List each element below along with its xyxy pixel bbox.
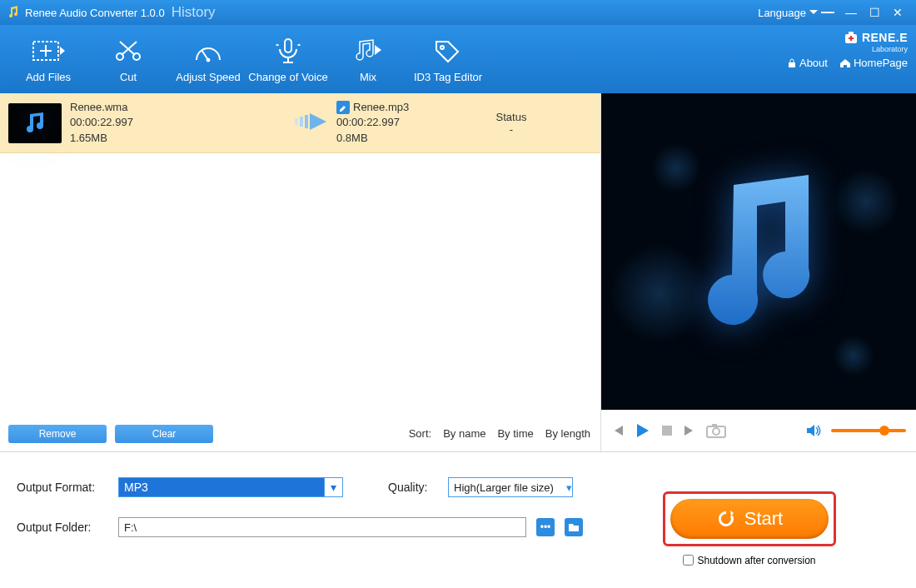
sort-by-name[interactable]: By name bbox=[443, 427, 485, 440]
start-button[interactable]: Start bbox=[670, 499, 829, 539]
output-folder-label: Output Folder: bbox=[17, 521, 108, 534]
svg-rect-9 bbox=[789, 62, 795, 67]
app-title: Renee Audio Converter 1.0.0 bbox=[25, 7, 165, 19]
mix-icon bbox=[353, 38, 383, 63]
chevron-down-icon: ▾ bbox=[566, 481, 572, 494]
src-filesize: 1.65MB bbox=[70, 131, 295, 146]
convert-arrow bbox=[295, 112, 336, 134]
maximize-button[interactable]: ☐ bbox=[863, 6, 886, 19]
homepage-link[interactable]: HomePage bbox=[839, 57, 908, 69]
id3-editor-label: ID3 Tag Editor bbox=[408, 71, 488, 83]
preview-image bbox=[601, 93, 916, 410]
sort-label: Sort: bbox=[409, 427, 431, 440]
medkit-icon bbox=[844, 30, 859, 45]
sort-by-time[interactable]: By time bbox=[497, 427, 533, 440]
sort-by-length[interactable]: By length bbox=[545, 427, 590, 440]
brand-logo: RENE.E bbox=[787, 30, 908, 45]
mix-button[interactable]: Mix bbox=[328, 36, 408, 83]
main-toolbar: Add Files Cut Adjust Speed Change of Voi… bbox=[0, 25, 916, 93]
history-link[interactable]: History bbox=[172, 4, 216, 21]
stop-button[interactable] bbox=[661, 425, 673, 436]
home-icon bbox=[839, 58, 851, 68]
svg-rect-5 bbox=[285, 39, 291, 52]
change-voice-label: Change of Voice bbox=[248, 71, 328, 83]
add-files-button[interactable]: Add Files bbox=[8, 36, 88, 83]
gauge-icon bbox=[193, 38, 223, 63]
play-button[interactable] bbox=[635, 422, 651, 439]
microphone-icon bbox=[273, 37, 303, 64]
adjust-speed-button[interactable]: Adjust Speed bbox=[168, 36, 248, 83]
quality-label: Quality: bbox=[388, 481, 438, 494]
volume-icon[interactable] bbox=[806, 424, 821, 437]
svg-rect-0 bbox=[821, 12, 834, 13]
svg-rect-12 bbox=[305, 115, 308, 128]
change-voice-button[interactable]: Change of Voice bbox=[248, 36, 328, 83]
output-format-value: MP3 bbox=[124, 481, 148, 494]
folder-icon bbox=[568, 522, 580, 532]
src-duration: 00:00:22.997 bbox=[70, 115, 295, 130]
output-format-select[interactable]: MP3 ▾ bbox=[118, 477, 343, 497]
preview-panel bbox=[601, 93, 916, 451]
output-folder-value: F:\ bbox=[124, 521, 137, 534]
dst-filesize: 0.8MB bbox=[336, 131, 478, 146]
arrow-right-icon bbox=[295, 112, 331, 132]
dst-filename: Renee.mp3 bbox=[353, 100, 409, 115]
refresh-icon bbox=[716, 509, 736, 529]
language-label: Language bbox=[758, 7, 806, 19]
quality-select[interactable]: High(Larger file size) ▾ bbox=[448, 477, 573, 497]
shutdown-label: Shutdown after conversion bbox=[697, 555, 815, 566]
file-list: Renee.wma 00:00:22.997 1.65MB Renee.mp3 … bbox=[0, 93, 601, 451]
lock-icon bbox=[787, 58, 797, 68]
title-bar: Renee Audio Converter 1.0.0 History Lang… bbox=[0, 0, 916, 25]
src-filename: Renee.wma bbox=[70, 100, 295, 115]
output-folder-input[interactable]: F:\ bbox=[118, 517, 526, 537]
bottom-panel: Output Format: MP3 ▾ Quality: High(Large… bbox=[0, 451, 916, 588]
player-controls bbox=[601, 410, 916, 451]
svg-point-16 bbox=[713, 428, 719, 435]
content-area: Renee.wma 00:00:22.997 1.65MB Renee.mp3 … bbox=[0, 93, 916, 451]
start-highlight: Start bbox=[663, 491, 836, 546]
chevron-down-icon: ▾ bbox=[324, 478, 342, 496]
snapshot-button[interactable] bbox=[706, 423, 726, 438]
remove-button[interactable]: Remove bbox=[8, 425, 107, 443]
volume-slider[interactable] bbox=[831, 429, 906, 432]
chevron-down-icon bbox=[809, 10, 818, 15]
status-header: Status bbox=[478, 111, 545, 123]
close-button[interactable]: ✕ bbox=[886, 6, 909, 19]
next-button[interactable] bbox=[683, 424, 696, 437]
add-files-icon bbox=[32, 38, 65, 63]
brand-sub: Laboratory bbox=[787, 45, 908, 53]
file-row[interactable]: Renee.wma 00:00:22.997 1.65MB Renee.mp3 … bbox=[0, 93, 600, 153]
svg-rect-11 bbox=[300, 117, 303, 127]
mix-label: Mix bbox=[328, 71, 408, 83]
svg-rect-17 bbox=[712, 424, 717, 427]
status-value: - bbox=[478, 123, 545, 136]
language-underline-icon bbox=[821, 12, 834, 14]
music-note-large-icon bbox=[684, 168, 834, 335]
prev-button[interactable] bbox=[611, 424, 625, 437]
dst-duration: 00:00:22.997 bbox=[336, 115, 478, 130]
quality-value: High(Larger file size) bbox=[454, 481, 554, 494]
music-note-icon bbox=[20, 111, 50, 136]
svg-point-6 bbox=[441, 46, 444, 49]
svg-rect-10 bbox=[295, 118, 298, 125]
more-folder-button[interactable]: ••• bbox=[536, 518, 555, 536]
clear-button[interactable]: Clear bbox=[115, 425, 213, 443]
language-menu[interactable]: Language bbox=[753, 7, 839, 19]
output-format-label: Output Format: bbox=[17, 481, 108, 494]
scissors-icon bbox=[113, 38, 143, 63]
id3-editor-button[interactable]: ID3 Tag Editor bbox=[408, 36, 488, 83]
svg-rect-8 bbox=[849, 32, 854, 35]
cut-label: Cut bbox=[88, 71, 168, 83]
edit-icon[interactable] bbox=[336, 101, 350, 114]
add-files-label: Add Files bbox=[8, 71, 88, 83]
open-folder-button[interactable] bbox=[565, 518, 583, 536]
shutdown-checkbox[interactable]: Shutdown after conversion bbox=[683, 555, 815, 566]
shutdown-checkbox-input[interactable] bbox=[683, 555, 694, 566]
tag-icon bbox=[433, 38, 463, 63]
svg-rect-14 bbox=[662, 426, 672, 436]
cut-button[interactable]: Cut bbox=[88, 36, 168, 83]
minimize-button[interactable]: — bbox=[839, 6, 863, 19]
adjust-speed-label: Adjust Speed bbox=[168, 71, 248, 83]
about-link[interactable]: About bbox=[787, 57, 828, 69]
